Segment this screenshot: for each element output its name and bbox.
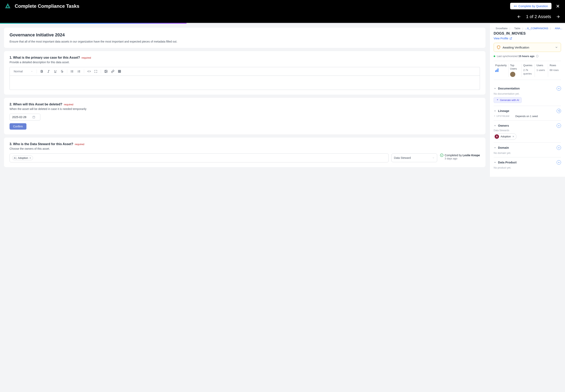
code-block-button[interactable]	[93, 68, 99, 74]
initiative-description: Ensure that all of the most important da…	[10, 40, 480, 43]
chevron-down-icon	[432, 157, 435, 159]
generate-ai-button[interactable]: Generate with AI	[494, 97, 522, 103]
asset-counter: 1 of 2 Assets	[526, 14, 551, 19]
complete-by-question-button[interactable]: Complete by Question	[510, 3, 551, 9]
svg-point-7	[71, 71, 71, 71]
data-product-title: Data Product	[498, 161, 555, 164]
editor-textarea[interactable]	[10, 76, 480, 90]
completed-ago: 3 days ago	[445, 157, 480, 160]
date-value: 2025-02-28	[12, 115, 27, 119]
stats-row: Popularity Top Users Queries 2.7k querie…	[494, 61, 561, 80]
breadcrumb: Snowflake | Table | ...IL_COMPANIONS | A…	[494, 27, 561, 30]
calendar-icon	[32, 116, 35, 118]
app-logo	[5, 3, 11, 9]
owners-select[interactable]: Adoption ✕	[10, 154, 389, 162]
confirm-button[interactable]: Confirm	[10, 123, 27, 130]
owner-tag-label: Adoption	[18, 156, 28, 159]
question-2-card: 2. When will this Asset be deleted? requ…	[4, 98, 485, 134]
q2-description: When the asset will be deleted in case i…	[10, 107, 480, 111]
svg-point-13	[105, 71, 106, 71]
svg-point-35	[559, 111, 560, 112]
breadcrumb-link-2[interactable]: ANA...	[555, 27, 562, 30]
popularity-label: Popularity	[495, 64, 507, 67]
queries-value: 2.7k queries	[523, 68, 533, 76]
owner-tag: Adoption ✕	[12, 156, 33, 160]
svg-line-37	[558, 110, 559, 111]
remove-owner-button[interactable]: ✕	[512, 135, 514, 138]
users-value: 1 users	[536, 68, 546, 72]
date-input[interactable]: 2025-02-28	[10, 114, 40, 120]
svg-point-8	[71, 72, 71, 72]
add-data-product-button[interactable]: +	[557, 160, 561, 165]
code-button[interactable]	[86, 68, 92, 74]
info-icon[interactable]	[536, 55, 538, 57]
documentation-empty: No documentation yet.	[494, 92, 561, 95]
check-circle-icon	[440, 154, 444, 157]
lineage-share-button[interactable]	[557, 109, 561, 113]
svg-rect-14	[118, 70, 121, 72]
chevron-down-icon	[555, 46, 558, 49]
svg-line-2	[48, 70, 49, 72]
owners-subtitle: Data Stewards	[494, 129, 561, 132]
page-title: Complete Compliance Tasks	[15, 3, 510, 9]
add-owner-button[interactable]: +	[557, 124, 561, 128]
role-select[interactable]: Data Steward	[391, 154, 437, 162]
table-button[interactable]	[116, 68, 123, 74]
bullet-list-button[interactable]	[69, 68, 75, 74]
sparkle-icon	[496, 99, 499, 101]
rows-value: 68 rows	[550, 68, 559, 72]
sync-dot-icon	[494, 56, 495, 57]
lineage-title: Lineage	[498, 109, 555, 112]
svg-rect-19	[33, 116, 35, 118]
upstream-label: UPSTREAM	[494, 115, 509, 117]
bold-button[interactable]	[39, 68, 45, 74]
owners-title: Owners	[498, 124, 555, 127]
prev-asset-button[interactable]	[517, 14, 521, 19]
owner-name: Adoption	[501, 135, 511, 138]
chevron-down-icon[interactable]	[494, 146, 496, 149]
documentation-title: Documentation	[498, 87, 555, 90]
underline-button[interactable]	[52, 68, 58, 74]
lineage-depends: Depends on 1 seed	[515, 115, 538, 118]
users-icon	[14, 157, 17, 159]
domain-title: Domain	[498, 146, 555, 149]
rows-label: Rows	[550, 64, 559, 67]
image-button[interactable]	[103, 68, 109, 74]
owner-pill[interactable]: A Adoption ✕	[494, 133, 517, 140]
format-select[interactable]: Normal	[12, 69, 35, 74]
close-icon[interactable]	[555, 4, 560, 9]
initiative-card: Governance Initiative 2024 Ensure that a…	[4, 28, 485, 48]
asset-name: DOGS_IN_MOVIES	[494, 31, 561, 36]
breadcrumb-link-1[interactable]: ...IL_COMPANIONS	[525, 27, 548, 30]
arrow-up-icon	[494, 115, 496, 117]
add-domain-button[interactable]: +	[557, 145, 561, 150]
avatar[interactable]	[510, 72, 515, 77]
data-product-empty: No product yet.	[494, 166, 561, 169]
q2-required-badge: required	[64, 103, 73, 106]
completed-status: Completed by Leslie Knope 3 days ago	[440, 154, 480, 160]
next-asset-button[interactable]	[556, 14, 560, 19]
add-documentation-button[interactable]: +	[557, 86, 561, 91]
verification-banner[interactable]: Awaiting Verification	[494, 43, 561, 52]
q1-title: 1. What is the primary use case for this…	[10, 56, 80, 59]
q2-title: 2. When will this Asset be deleted?	[10, 103, 62, 106]
italic-button[interactable]	[45, 68, 52, 74]
svg-point-33	[559, 110, 560, 111]
rich-text-editor: Normal	[10, 67, 480, 90]
question-3-card: 3. Who is the Data Steward for this Asse…	[4, 138, 485, 167]
chevron-down-icon	[31, 70, 33, 72]
top-users-label: Top Users	[510, 64, 520, 70]
complete-by-question-label: Complete by Question	[519, 4, 548, 8]
initiative-title: Governance Initiative 2024	[10, 32, 480, 38]
chevron-down-icon[interactable]	[494, 110, 496, 112]
view-profile-link[interactable]: View Profile	[494, 37, 561, 40]
chevron-down-icon[interactable]	[494, 161, 496, 164]
chevron-down-icon[interactable]	[494, 87, 496, 90]
link-button[interactable]	[110, 68, 116, 74]
strikethrough-button[interactable]	[59, 68, 65, 74]
chevron-down-icon[interactable]	[494, 124, 496, 127]
users-label: Users	[536, 64, 546, 67]
remove-tag-button[interactable]: ✕	[29, 157, 31, 159]
external-link-icon	[509, 37, 512, 40]
ordered-list-button[interactable]	[76, 68, 82, 74]
